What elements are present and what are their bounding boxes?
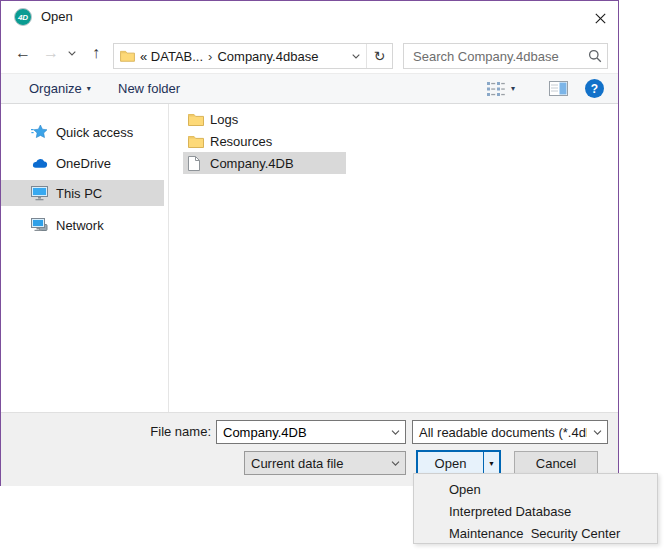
title-bar[interactable]: 4D Open — [1, 1, 618, 33]
sidebar-item-quick-access[interactable]: Quick access — [1, 119, 164, 145]
navigation-bar: ← → ↑ « DATAB... › Company.4dbase ↻ — [1, 37, 618, 69]
menu-item-label: Interpreted Database — [449, 504, 571, 519]
menu-item-label: Maintenance Security Center — [449, 526, 620, 541]
new-folder-button[interactable]: New folder — [118, 74, 180, 103]
breadcrumb-collapsed[interactable]: « DATAB... — [140, 49, 203, 64]
file-name-label: Logs — [210, 112, 238, 127]
up-button[interactable]: ↑ — [83, 37, 109, 69]
sidebar-item-this-pc[interactable]: This PC — [1, 180, 164, 206]
file-name-combobox[interactable] — [216, 420, 406, 444]
close-icon — [595, 13, 606, 24]
main-content: Quick access OneDrive This PC Network — [1, 104, 618, 412]
sidebar-item-label: Quick access — [56, 125, 133, 140]
forward-button[interactable]: → — [39, 37, 63, 69]
open-mode-combobox[interactable]: Current data file — [244, 451, 406, 475]
sidebar-divider[interactable] — [168, 104, 169, 412]
open-button-menu: Open Interpreted Database Maintenance Se… — [413, 473, 658, 544]
help-icon: ? — [591, 82, 598, 96]
preview-pane-button[interactable] — [549, 74, 568, 103]
folder-icon — [120, 50, 135, 62]
menu-item-interpreted-database[interactable]: Interpreted Database — [414, 500, 657, 522]
file-row-logs[interactable]: Logs — [183, 108, 346, 130]
forward-arrow-icon: → — [43, 44, 59, 62]
sidebar-item-label: This PC — [56, 186, 102, 201]
sidebar-item-label: OneDrive — [56, 156, 111, 171]
organize-button[interactable]: Organize ▾ — [29, 74, 91, 103]
file-icon — [188, 156, 205, 171]
breadcrumb-separator: › — [208, 49, 212, 64]
menu-item-label: Open — [449, 482, 481, 497]
onedrive-cloud-icon — [31, 157, 48, 169]
chevron-down-icon: ▾ — [87, 84, 91, 93]
address-dropdown-button[interactable] — [346, 54, 366, 59]
command-toolbar: Organize ▾ New folder ▾ ? — [1, 73, 618, 104]
chevron-down-icon[interactable] — [385, 430, 405, 435]
sidebar-item-label: Network — [56, 218, 104, 233]
change-view-button[interactable]: ▾ — [487, 74, 515, 103]
sidebar-item-onedrive[interactable]: OneDrive — [1, 150, 164, 176]
open-button-label: Open — [435, 456, 467, 471]
chevron-down-icon[interactable] — [385, 461, 405, 466]
menu-item-maintenance-security-center[interactable]: Maintenance Security Center — [414, 522, 657, 544]
file-type-combobox[interactable]: All readable documents (*.4db; — [412, 420, 608, 444]
open-button-dropdown-arrow[interactable]: ▼ — [483, 452, 499, 474]
new-folder-label: New folder — [118, 81, 180, 96]
chevron-down-icon — [352, 54, 360, 59]
menu-item-open[interactable]: Open — [414, 478, 657, 500]
cancel-button-label: Cancel — [536, 456, 576, 471]
refresh-button[interactable]: ↻ — [366, 44, 392, 68]
this-pc-monitor-icon — [31, 186, 48, 201]
up-arrow-icon: ↑ — [92, 44, 100, 62]
file-type-value: All readable documents (*.4db; — [413, 425, 587, 440]
organize-label: Organize — [29, 81, 82, 96]
file-name-field-label: File name: — [101, 420, 211, 444]
cancel-button[interactable]: Cancel — [514, 451, 598, 475]
open-mode-value: Current data file — [245, 456, 385, 471]
file-row-resources[interactable]: Resources — [183, 130, 346, 152]
close-button[interactable] — [585, 6, 615, 30]
file-name-label: Company.4DB — [210, 156, 294, 171]
open-dialog-window: 4D Open ← → ↑ « DATAB... › Company.4dbas… — [0, 0, 619, 486]
refresh-icon: ↻ — [374, 48, 386, 64]
back-arrow-icon: ← — [15, 44, 31, 62]
4d-app-logo-icon: 4D — [14, 8, 32, 26]
file-name-label: Resources — [210, 134, 272, 149]
back-button[interactable]: ← — [9, 37, 37, 69]
window-title: Open — [41, 9, 73, 24]
network-icon — [31, 218, 48, 233]
quick-access-star-icon — [31, 124, 48, 140]
caret-down-icon: ▼ — [488, 460, 495, 467]
sidebar-item-network[interactable]: Network — [1, 212, 164, 238]
help-button[interactable]: ? — [585, 79, 604, 98]
chevron-down-icon: ▾ — [511, 84, 515, 93]
chevron-down-icon[interactable] — [587, 430, 607, 435]
open-button[interactable]: Open — [418, 452, 483, 474]
preview-pane-icon — [549, 81, 568, 96]
search-icon[interactable] — [583, 49, 607, 63]
breadcrumb-current[interactable]: Company.4dbase — [217, 49, 318, 64]
address-bar[interactable]: « DATAB... › Company.4dbase ↻ — [113, 43, 393, 69]
file-name-input[interactable] — [217, 425, 385, 440]
folder-icon — [188, 135, 205, 148]
file-row-company-4db[interactable]: Company.4DB — [183, 152, 346, 174]
chevron-down-icon — [68, 51, 76, 56]
list-view-icon — [487, 82, 505, 96]
search-box[interactable] — [403, 43, 608, 69]
search-input[interactable] — [404, 49, 583, 64]
recent-locations-button[interactable] — [63, 37, 81, 69]
folder-icon — [188, 113, 205, 126]
